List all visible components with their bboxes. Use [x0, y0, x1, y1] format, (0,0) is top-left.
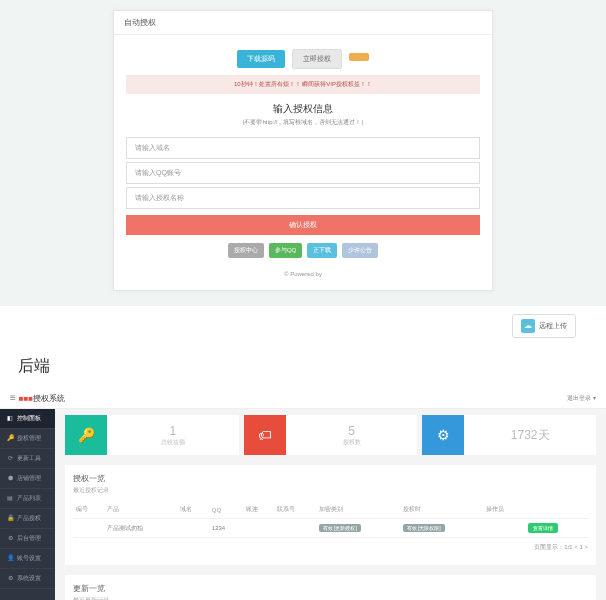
yellow-button[interactable] — [349, 53, 369, 61]
top-buttons: 下载源码 立即授权 — [126, 49, 480, 69]
form-title: 输入授权信息 — [126, 102, 480, 116]
view-detail-button[interactable]: 查看详情 — [528, 523, 558, 533]
table-row: 产品测试勿拍1234有效 [更新授权]有效 [无限权限]查看详情 — [73, 519, 588, 538]
powered-by: © Powered by — [126, 266, 480, 282]
foot-btn-2[interactable]: 参与QQ — [269, 243, 302, 258]
section-title-backend: 后端 — [0, 346, 606, 387]
notice-bar: 10秒钟！处置所有烦！！ 瞬间获得VIP授权权益！！ — [126, 75, 480, 94]
card-title: 自动授权 — [114, 11, 492, 35]
key-icon: 🔑 — [6, 434, 14, 441]
cog-icon: ⚙ — [6, 574, 14, 581]
sidebar-item-prodauth[interactable]: 🔒产品授权 — [0, 509, 55, 529]
upload-row: ☁远程上传 — [0, 306, 606, 346]
sidebar-item-shop[interactable]: ⬢店铺管理 — [0, 469, 55, 489]
auth-form-section: 自动授权 下载源码 立即授权 10秒钟！处置所有烦！！ 瞬间获得VIP授权权益！… — [0, 0, 606, 306]
panel-subtitle: 最近更新记录 — [73, 596, 588, 600]
sidebar-item-backend[interactable]: ⚙后台管理 — [0, 529, 55, 549]
sidebar: ◧控制面板 🔑授权管理 ⟳更新工具 ⬢店铺管理 ▤产品列表 🔒产品授权 ⚙后台管… — [0, 409, 55, 600]
main-content: 🔑1总收益额 🏷5授权数 ⚙1732天 授权一览 最近授权记录 编号产品域名QQ… — [55, 387, 606, 600]
stat-2: 🏷5授权数 — [244, 415, 418, 455]
foot-btn-3[interactable]: 正下载 — [307, 243, 337, 258]
remote-upload-button[interactable]: ☁远程上传 — [512, 314, 576, 338]
hamburger-icon[interactable]: ≡ — [10, 392, 16, 403]
admin-panel: ≡ ■■■授权系统 退出登录 ▾ ◧控制面板 🔑授权管理 ⟳更新工具 ⬢店铺管理… — [0, 387, 606, 600]
sidebar-item-product[interactable]: ▤产品列表 — [0, 489, 55, 509]
dashboard-icon: ◧ — [6, 414, 14, 421]
download-button[interactable]: 下载源码 — [237, 50, 285, 68]
stat-1: 🔑1总收益额 — [65, 415, 239, 455]
sidebar-item-dashboard[interactable]: ◧控制面板 — [0, 409, 55, 429]
topbar: ≡ ■■■授权系统 退出登录 ▾ — [0, 387, 606, 409]
sidebar-item-auth[interactable]: 🔑授权管理 — [0, 429, 55, 449]
form-subtitle: (不要带http://，填写根域名，否则无法通过！) — [126, 118, 480, 127]
panel-title: 授权一览 — [73, 473, 588, 484]
gears-icon: ⚙ — [422, 415, 464, 455]
list-icon: ▤ — [6, 494, 14, 501]
sidebar-item-account[interactable]: 👤账号设置 — [0, 549, 55, 569]
brand: ■■■授权系统 — [19, 394, 66, 403]
shop-icon: ⬢ — [6, 474, 14, 481]
sidebar-item-update[interactable]: ⟳更新工具 — [0, 449, 55, 469]
foot-btn-1[interactable]: 授权中心 — [228, 243, 264, 258]
card-body: 下载源码 立即授权 10秒钟！处置所有烦！！ 瞬间获得VIP授权权益！！ 输入授… — [114, 35, 492, 290]
panel-subtitle: 最近授权记录 — [73, 486, 588, 495]
auth-card: 自动授权 下载源码 立即授权 10秒钟！处置所有烦！！ 瞬间获得VIP授权权益！… — [113, 10, 493, 291]
pagination[interactable]: 页面显示：1/1 < 1 > — [73, 538, 588, 557]
tag-icon: 🏷 — [244, 415, 286, 455]
gear-icon: ⚙ — [6, 534, 14, 541]
domain-input[interactable]: 请输入域名 — [126, 137, 480, 159]
auth-table: 编号产品域名QQ账连联系号加密类别授权时操作员 产品测试勿拍1234有效 [更新… — [73, 501, 588, 538]
lock-icon: 🔒 — [6, 514, 14, 521]
table-header: 编号产品域名QQ账连联系号加密类别授权时操作员 — [73, 501, 588, 519]
sidebar-item-system[interactable]: ⚙系统设置 — [0, 569, 55, 589]
user-icon: 👤 — [6, 554, 14, 561]
refresh-icon: ⟳ — [6, 454, 14, 461]
foot-btn-4[interactable]: 少许公告 — [342, 243, 378, 258]
update-list-panel: 更新一览 最近更新记录 0Zmwbmxycma.com2020-01-16 23… — [65, 575, 596, 600]
auth-now-button[interactable]: 立即授权 — [292, 49, 342, 69]
qq-input[interactable]: 请输入QQ账号 — [126, 162, 480, 184]
stat-3: ⚙1732天 — [422, 415, 596, 455]
logout-link[interactable]: 退出登录 ▾ — [567, 387, 596, 409]
auth-list-panel: 授权一览 最近授权记录 编号产品域名QQ账连联系号加密类别授权时操作员 产品测试… — [65, 465, 596, 565]
stats-row: 🔑1总收益额 🏷5授权数 ⚙1732天 — [65, 415, 596, 455]
cloud-upload-icon: ☁ — [521, 319, 535, 333]
footer-buttons: 授权中心 参与QQ 正下载 少许公告 — [126, 243, 480, 258]
name-input[interactable]: 请输入授权名称 — [126, 187, 480, 209]
submit-button[interactable]: 确认授权 — [126, 215, 480, 235]
key-icon: 🔑 — [65, 415, 107, 455]
panel-title: 更新一览 — [73, 583, 588, 594]
